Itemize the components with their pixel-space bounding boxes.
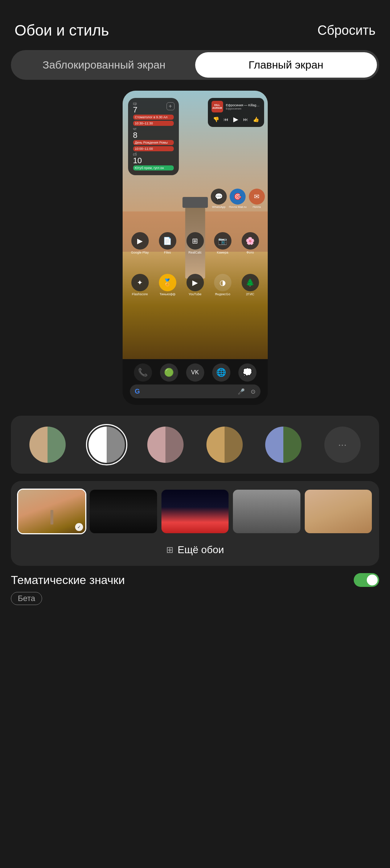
event-3: Ютуб прем, гугл он xyxy=(133,165,174,170)
2gis-label: 2ГИС xyxy=(246,292,254,296)
calendar-widget: + ср 7 Стоматолог в 9.30 Ал 10:30–11:30 … xyxy=(128,98,179,175)
flashscore-app[interactable]: ✦ Flashscore xyxy=(129,274,151,296)
camera-label: Камера xyxy=(217,251,228,254)
mail-apps-row: 💬 WhatsApp 🎯 Почта Mail.ru ✉ Почта xyxy=(211,189,264,209)
toggle-knob xyxy=(367,575,378,585)
event-1: Стоматолог в 9.30 Ал xyxy=(133,115,174,120)
mailru-label: Почта Mail.ru xyxy=(229,205,246,209)
files-app[interactable]: 📄 Files xyxy=(157,232,178,254)
youtube-label: YouTube xyxy=(189,292,201,296)
dock-row: 📞 🟢 VK 🌐 💭 xyxy=(123,363,268,382)
music-info: Ефросиния — Killagram Ефросиния xyxy=(226,103,260,110)
photos-icon: 🌸 xyxy=(242,232,259,250)
realcalc-app[interactable]: ⊞ RealCalc xyxy=(184,232,206,254)
palette-item-1[interactable] xyxy=(29,427,66,463)
mailru-app[interactable]: 🎯 Почта Mail.ru xyxy=(229,189,246,209)
camera-icon: 📷 xyxy=(214,232,231,250)
lighthouse-top xyxy=(182,197,208,208)
mail-label: Почта xyxy=(253,205,260,209)
palette-item-5[interactable] xyxy=(265,427,301,463)
wallpaper-item-2[interactable] xyxy=(90,490,157,533)
palette-more-button[interactable]: ··· xyxy=(324,427,361,463)
tab-main-screen[interactable]: Главный экран xyxy=(195,52,377,78)
tab-bar: Заблокированный экран Главный экран xyxy=(11,50,379,80)
youtube-icon: ▶ xyxy=(186,274,204,291)
wallpaper-item-5[interactable] xyxy=(305,490,372,533)
files-label: Files xyxy=(164,251,171,254)
mailru-icon: 🎯 xyxy=(230,189,246,205)
thematic-icons-toggle[interactable] xyxy=(354,573,379,587)
google-play-label: Google Play xyxy=(131,251,149,254)
thumb-down-button[interactable]: 👎 xyxy=(212,116,220,123)
next-track-button[interactable]: ⏭ xyxy=(242,116,249,123)
more-wallpapers-button[interactable]: ⊞ Ещё обои xyxy=(18,541,372,559)
phone-preview-container: + ср 7 Стоматолог в 9.30 Ал 10:30–11:30 … xyxy=(11,91,379,405)
photos-app[interactable]: 🌸 Фото xyxy=(239,232,261,254)
yandexgo-app[interactable]: ◑ ЯндексGo xyxy=(212,274,234,296)
more-wallpapers-icon: ⊞ xyxy=(166,545,173,555)
wallpaper-item-4[interactable] xyxy=(233,490,300,533)
youtube-app[interactable]: ▶ YouTube xyxy=(184,274,206,296)
yandexgo-label: ЯндексGo xyxy=(215,292,230,296)
apps-row-2: ✦ Flashscore 🏅 Тинькофф ▶ YouTube ◑ Янде… xyxy=(123,274,268,296)
calendar-add-button[interactable]: + xyxy=(167,102,175,110)
music-controls: 👎 ⏮ ▶ ⏭ 👍 xyxy=(212,115,260,124)
flashscore-icon: ✦ xyxy=(131,274,149,291)
mail-icon: ✉ xyxy=(249,189,265,205)
google-play-icon: ▶ xyxy=(131,232,149,250)
realcalc-label: RealCalc xyxy=(188,251,202,254)
vk-dock-icon[interactable]: VK xyxy=(186,363,204,382)
day-num-3: 10 xyxy=(133,157,174,165)
whatsapp-label: WhatsApp xyxy=(212,205,226,209)
reset-button[interactable]: Сбросить xyxy=(317,23,375,38)
wallpaper-item-1[interactable]: ✓ xyxy=(18,490,85,533)
phone-wallpaper: + ср 7 Стоматолог в 9.30 Ал 10:30–11:30 … xyxy=(123,91,268,359)
tinkoff-icon: 🏅 xyxy=(159,274,176,291)
thematic-icons-row: Тематические значки xyxy=(11,573,379,587)
microphone-icon[interactable]: 🎤 xyxy=(238,388,245,395)
whatsapp-icon: 💬 xyxy=(211,189,227,205)
2gis-app[interactable]: 🌲 2ГИС xyxy=(239,274,261,296)
search-bar[interactable]: G 🎤 ⊙ xyxy=(130,384,260,398)
page-title: Обои и стиль xyxy=(15,22,109,39)
music-artist: Ефросиния — Killagram xyxy=(226,103,260,107)
palette-circles: ··· xyxy=(18,427,372,463)
album-art: KILLAGRAM xyxy=(212,101,223,112)
flashscore-label: Flashscore xyxy=(132,292,148,296)
tinkoff-label: Тинькофф xyxy=(160,292,176,296)
tinkoff-app[interactable]: 🏅 Тинькофф xyxy=(157,274,178,296)
chrome-dock-icon[interactable]: 🌐 xyxy=(212,363,230,382)
robinhood-dock-icon[interactable]: 🟢 xyxy=(160,363,178,382)
header: Обои и стиль Сбросить xyxy=(0,0,390,50)
thematic-icons-title: Тематические значки xyxy=(11,573,125,587)
calendar-day-2: чт 8 День Рождения Ромы 10:00–11:00 xyxy=(133,127,174,151)
thumb-up-button[interactable]: 👍 xyxy=(252,116,260,123)
event-1-time: 10:30–11:30 xyxy=(133,121,174,126)
event-2-time: 10:00–11:00 xyxy=(133,146,174,151)
teams-dock-icon[interactable]: 💭 xyxy=(238,363,256,382)
google-letter: G xyxy=(135,388,140,395)
music-title: Ефросиния xyxy=(226,107,260,110)
palette-item-2[interactable] xyxy=(89,427,125,463)
palette-item-4[interactable] xyxy=(206,427,243,463)
beta-badge: Бета xyxy=(11,592,42,605)
lens-icon[interactable]: ⊙ xyxy=(251,388,255,395)
music-widget: KILLAGRAM Ефросиния — Killagram Ефросини… xyxy=(208,98,264,127)
realcalc-icon: ⊞ xyxy=(186,232,204,250)
more-wallpapers-label: Ещё обои xyxy=(178,544,224,556)
prev-track-button[interactable]: ⏮ xyxy=(223,116,229,123)
wallpaper-thumbs: ✓ xyxy=(18,490,372,533)
calendar-day-3: сб 10 Ютуб прем, гугл он xyxy=(133,152,174,170)
google-play-app[interactable]: ▶ Google Play xyxy=(129,232,151,254)
palette-item-3[interactable] xyxy=(147,427,184,463)
play-button[interactable]: ▶ xyxy=(233,115,239,124)
phone-preview: + ср 7 Стоматолог в 9.30 Ал 10:30–11:30 … xyxy=(123,91,268,405)
whatsapp-app[interactable]: 💬 WhatsApp xyxy=(211,189,227,209)
camera-app[interactable]: 📷 Камера xyxy=(212,232,234,254)
tab-locked-screen[interactable]: Заблокированный экран xyxy=(13,52,195,78)
wallpaper-item-3[interactable] xyxy=(161,490,229,533)
mail-app[interactable]: ✉ Почта xyxy=(249,189,265,209)
phone-dock-icon[interactable]: 📞 xyxy=(134,363,152,382)
day-num-2: 8 xyxy=(133,131,174,139)
thematic-icons-section: Тематические значки Бета xyxy=(11,573,379,605)
